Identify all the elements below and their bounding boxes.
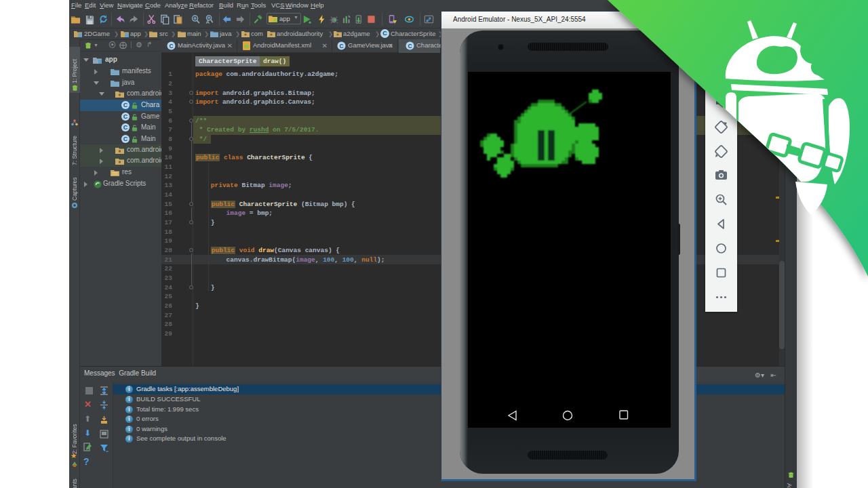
svg-text:C: C [340, 43, 344, 49]
svg-text:A: A [206, 19, 210, 24]
svg-text:C: C [408, 43, 412, 49]
svg-text:C: C [170, 43, 174, 49]
